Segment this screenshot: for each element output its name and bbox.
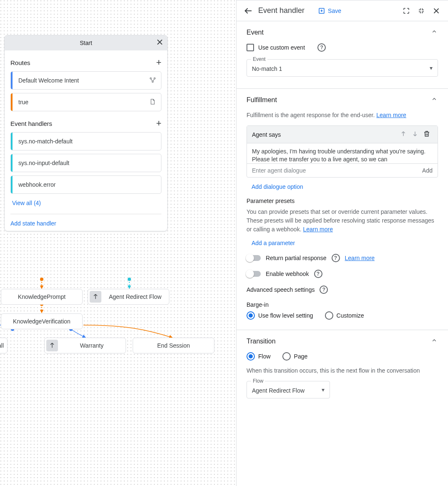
section-title: Fulfillment xyxy=(247,96,277,104)
node-label: KnowledgePrompt xyxy=(18,293,65,300)
close-icon[interactable] xyxy=(156,38,164,48)
section-title: Transition xyxy=(247,338,276,345)
chevron-up-icon[interactable] xyxy=(430,28,438,37)
back-icon[interactable] xyxy=(243,6,253,16)
handlers-label: Event handlers xyxy=(10,120,52,127)
barge-in-title: Barge-in xyxy=(247,301,438,308)
flow-dropdown[interactable]: Flow Agent Redirect Flow ▾ xyxy=(247,381,330,398)
add-parameter-link[interactable]: Add a parameter xyxy=(252,240,295,246)
flow-icon xyxy=(90,291,101,303)
handler-label: sys.no-match-default xyxy=(13,138,161,145)
radio-label: Use flow level setting xyxy=(258,312,313,319)
panel-title: Event handler xyxy=(258,6,305,15)
route-item[interactable]: true xyxy=(10,93,161,111)
fulfillment-section: Fulfillment Fulfillment is the agent res… xyxy=(237,89,448,330)
radio-label: Page xyxy=(294,353,308,360)
save-button[interactable]: Save xyxy=(318,7,341,15)
agent-says-label: Agent says xyxy=(252,131,281,138)
use-custom-label: Use custom event xyxy=(258,44,305,51)
node-label: all xyxy=(0,342,7,349)
agent-dialogue-input[interactable]: Enter agent dialogue xyxy=(252,167,422,174)
return-partial-toggle[interactable] xyxy=(247,255,261,261)
param-presets-desc: You can provide presets that set or over… xyxy=(247,208,438,234)
move-up-icon[interactable] xyxy=(398,130,409,139)
delete-icon[interactable] xyxy=(421,130,433,139)
side-panel: Event handler Save Event Use custom even… xyxy=(236,0,448,486)
help-icon[interactable]: ? xyxy=(320,286,328,294)
use-custom-event-checkbox[interactable] xyxy=(247,44,254,51)
add-state-handler-link[interactable]: Add state handler xyxy=(10,220,56,227)
barge-in-customize-radio[interactable]: Customize xyxy=(325,311,364,320)
move-down-icon[interactable] xyxy=(409,130,421,139)
route-label: true xyxy=(13,99,149,105)
transition-desc: When this transition occurs, this is the… xyxy=(247,366,438,375)
adv-speech-title: Advanced speech settings xyxy=(247,286,315,293)
doc-icon[interactable] xyxy=(149,98,161,106)
add-handler-icon[interactable]: + xyxy=(156,119,161,128)
flow-icon xyxy=(46,340,58,351)
radio-label: Customize xyxy=(337,312,364,319)
enable-webhook-toggle[interactable] xyxy=(247,271,261,277)
add-dialogue-button[interactable]: Add xyxy=(422,167,433,174)
event-dropdown[interactable]: Event No-match 1 ▾ xyxy=(247,59,438,77)
node-label: Agent Redirect Flow xyxy=(101,293,169,300)
transition-flow-radio[interactable]: Flow xyxy=(247,352,271,361)
field-label: Event xyxy=(251,56,267,62)
node-knowledge-verification[interactable]: KnowledgeVerification xyxy=(1,313,83,329)
help-icon[interactable]: ? xyxy=(314,270,322,278)
section-title: Event xyxy=(247,29,264,36)
close-icon[interactable] xyxy=(431,6,441,16)
event-section: Event Use custom event ? Event No-match … xyxy=(237,21,448,89)
barge-in-flow-level-radio[interactable]: Use flow level setting xyxy=(247,311,313,320)
save-label: Save xyxy=(328,8,341,14)
handler-item[interactable]: webhook.error xyxy=(10,175,161,194)
route-item[interactable]: Default Welcome Intent xyxy=(10,71,161,90)
add-dialogue-option-link[interactable]: Add dialogue option xyxy=(252,183,303,190)
view-all-link[interactable]: View all (4) xyxy=(12,200,41,206)
route-label: Default Welcome Intent xyxy=(13,77,149,84)
panel-header: Event handler Save xyxy=(237,0,448,21)
enable-webhook-label: Enable webhook xyxy=(266,271,309,277)
handler-label: webhook.error xyxy=(13,181,161,188)
agent-dialogue-text[interactable]: My apologies, I'm having trouble underst… xyxy=(247,143,438,163)
collapse-icon[interactable] xyxy=(416,6,426,16)
node-label: End Session xyxy=(157,342,190,349)
chevron-up-icon[interactable] xyxy=(430,95,438,104)
handler-item[interactable]: sys.no-match-default xyxy=(10,132,161,150)
handler-label: sys.no-input-default xyxy=(13,160,161,166)
node-partial[interactable]: all xyxy=(0,338,8,353)
node-knowledge-prompt[interactable]: KnowledgePrompt xyxy=(1,289,83,305)
return-partial-label: Return partial response xyxy=(266,255,327,261)
flow-canvas[interactable]: Start Routes + Default Welcome Intent tr… xyxy=(0,0,236,486)
learn-more-link[interactable]: Learn more xyxy=(303,226,333,233)
learn-more-link[interactable]: Learn more xyxy=(345,255,375,261)
node-warranty[interactable]: Warranty xyxy=(44,338,126,353)
handler-item[interactable]: sys.no-input-default xyxy=(10,154,161,172)
transition-section: Transition Flow Page When this transitio… xyxy=(237,330,448,410)
node-agent-redirect[interactable]: Agent Redirect Flow xyxy=(88,289,169,305)
param-presets-title: Parameter presets xyxy=(247,198,438,204)
field-value: Agent Redirect Flow xyxy=(252,387,305,394)
chevron-down-icon: ▾ xyxy=(430,65,433,71)
node-end-session[interactable]: End Session xyxy=(133,338,214,353)
expand-icon[interactable] xyxy=(401,6,411,16)
help-icon[interactable]: ? xyxy=(317,43,326,52)
routes-label: Routes xyxy=(10,59,30,66)
field-value: No-match 1 xyxy=(252,65,282,72)
field-label: Flow xyxy=(251,378,265,384)
agent-says-box: Agent says My apologies, I'm having trou… xyxy=(247,125,438,178)
node-label: Warranty xyxy=(58,342,126,349)
chevron-up-icon[interactable] xyxy=(430,337,438,346)
node-label: KnowledgeVerification xyxy=(13,318,70,325)
transition-page-radio[interactable]: Page xyxy=(282,352,308,361)
radio-label: Flow xyxy=(258,353,271,360)
add-route-icon[interactable]: + xyxy=(156,58,161,67)
branch-icon[interactable] xyxy=(149,77,161,85)
start-card: Start Routes + Default Welcome Intent tr… xyxy=(4,35,168,231)
start-title: Start xyxy=(80,40,92,46)
start-header: Start xyxy=(5,35,167,50)
help-icon[interactable]: ? xyxy=(332,254,340,262)
chevron-down-icon: ▾ xyxy=(322,386,325,393)
learn-more-link[interactable]: Learn more xyxy=(376,112,406,118)
fulfillment-desc: Fulfillment is the agent response for th… xyxy=(247,111,438,120)
